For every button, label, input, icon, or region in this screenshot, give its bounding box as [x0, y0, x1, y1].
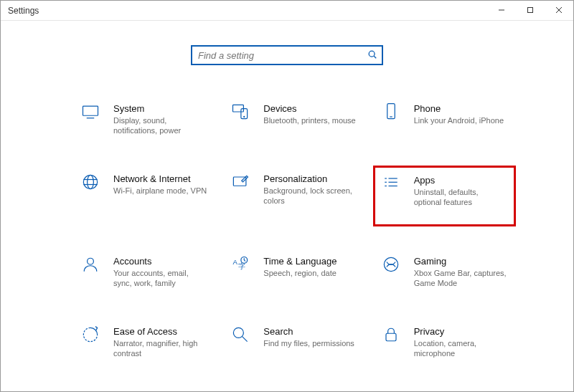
svg-rect-1	[528, 7, 533, 12]
window-title: Settings	[8, 6, 39, 16]
privacy-icon	[381, 325, 401, 345]
svg-point-13	[83, 175, 97, 188]
tile-system[interactable]: System Display, sound, notifications, po…	[72, 95, 215, 144]
tile-desc: Uninstall, defaults, optional features	[414, 187, 508, 208]
search-tile-icon	[230, 325, 250, 345]
svg-rect-6	[83, 106, 98, 115]
tile-title: Ease of Access	[113, 325, 207, 337]
settings-window: Settings	[0, 0, 574, 392]
ease-of-access-icon	[80, 325, 100, 345]
tile-title: Search	[263, 325, 354, 337]
tile-desc: Narrator, magnifier, high contrast	[113, 338, 207, 359]
svg-point-24	[88, 258, 94, 264]
tile-time-language[interactable]: A字 Time & Language Speech, region, date	[222, 248, 365, 297]
minimize-button[interactable]	[487, 1, 516, 20]
empty-cell	[373, 388, 516, 392]
minimize-icon	[498, 6, 505, 16]
svg-rect-33	[386, 333, 396, 341]
empty-cell	[222, 388, 365, 392]
search-icon	[367, 49, 377, 62]
tile-ease-of-access[interactable]: Ease of Access Narrator, magnifier, high…	[72, 318, 215, 367]
tile-desc: Display, sound, notifications, power	[113, 115, 207, 136]
svg-point-4	[369, 51, 375, 57]
accounts-icon	[80, 254, 100, 274]
maximize-button[interactable]	[516, 1, 545, 20]
tile-title: Time & Language	[263, 254, 337, 267]
tile-title: Devices	[263, 102, 355, 114]
tile-desc: Location, camera, microphone	[414, 338, 508, 359]
svg-point-10	[244, 116, 245, 117]
personalization-icon	[230, 172, 250, 192]
tile-desc: Link your Android, iPhone	[414, 115, 504, 125]
search-input[interactable]	[198, 50, 367, 61]
tile-accounts[interactable]: Accounts Your accounts, email, sync, wor…	[72, 248, 215, 297]
tile-title: Network & Internet	[113, 172, 207, 184]
system-icon	[80, 102, 100, 122]
apps-icon	[381, 173, 401, 193]
titlebar: Settings	[1, 1, 573, 21]
tile-network[interactable]: Network & Internet Wi-Fi, airplane mode,…	[72, 166, 215, 227]
close-icon	[555, 6, 563, 16]
tile-gaming[interactable]: Gaming Xbox Game Bar, captures, Game Mod…	[373, 248, 516, 297]
tile-apps[interactable]: Apps Uninstall, defaults, optional featu…	[373, 166, 516, 227]
tile-privacy[interactable]: Privacy Location, camera, microphone	[373, 318, 516, 367]
settings-grid: System Display, sound, notifications, po…	[1, 95, 573, 392]
tile-title: Accounts	[113, 254, 207, 267]
tile-devices[interactable]: Devices Bluetooth, printers, mouse	[222, 95, 365, 144]
tile-title: Phone	[414, 102, 504, 114]
close-button[interactable]	[545, 1, 573, 20]
tile-desc: Speech, region, date	[263, 268, 337, 278]
svg-point-14	[88, 175, 94, 188]
search-box[interactable]	[191, 45, 383, 65]
tile-desc: Your accounts, email, sync, work, family	[113, 268, 207, 289]
devices-icon	[230, 102, 250, 122]
svg-line-5	[374, 56, 376, 58]
tile-search[interactable]: Search Find my files, permissions	[222, 318, 365, 367]
svg-line-29	[245, 260, 246, 262]
tile-phone[interactable]: Phone Link your Android, iPhone	[373, 95, 516, 144]
tile-desc: Background, lock screen, colors	[263, 186, 357, 206]
tile-title: Gaming	[414, 254, 508, 267]
tile-update-security[interactable]: Update & Security Windows Update, recove…	[72, 388, 215, 392]
network-icon	[80, 172, 100, 192]
tile-title: Apps	[414, 173, 508, 186]
tile-desc: Find my files, permissions	[263, 338, 354, 348]
maximize-icon	[527, 6, 534, 16]
tile-title: Personalization	[263, 172, 357, 184]
tile-desc: Xbox Game Bar, captures, Game Mode	[414, 268, 508, 289]
tile-title: System	[113, 102, 207, 114]
tile-desc: Bluetooth, printers, mouse	[263, 115, 355, 125]
search-container	[1, 45, 573, 65]
tile-title: Privacy	[414, 325, 508, 337]
tile-personalization[interactable]: Personalization Background, lock screen,…	[222, 166, 365, 227]
svg-text:A: A	[233, 258, 238, 266]
gaming-icon	[381, 254, 401, 274]
svg-line-32	[243, 336, 248, 341]
svg-point-31	[234, 328, 244, 338]
content-area: System Display, sound, notifications, po…	[1, 21, 573, 392]
time-language-icon: A字	[230, 254, 250, 274]
tile-desc: Wi-Fi, airplane mode, VPN	[113, 186, 207, 196]
phone-icon	[381, 102, 401, 122]
window-controls	[487, 1, 573, 20]
